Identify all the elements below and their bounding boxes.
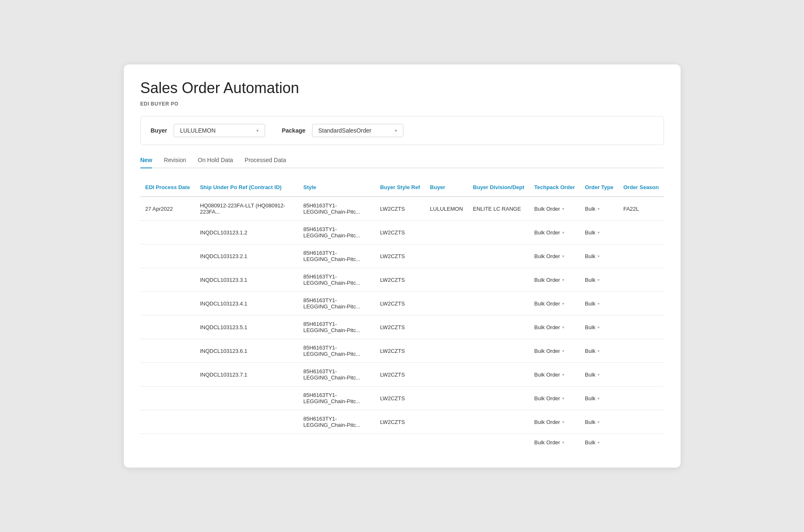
breadcrumb: EDI BUYER PO (140, 101, 664, 107)
order-season-cell (618, 292, 664, 315)
buyer-cell (425, 363, 468, 387)
style-cell: 85H6163TY1-LEGGING_Chain-Pitc... (298, 221, 375, 244)
techpack-order-cell[interactable]: Bulk Order ▾ (529, 434, 580, 451)
order-season-cell (618, 268, 664, 292)
tab-on-hold-data[interactable]: On Hold Data (198, 157, 233, 168)
buyer-cell (425, 268, 468, 292)
order-type-cell[interactable]: Bulk ▾ (580, 339, 618, 363)
style-cell: 85H6163TY1-LEGGING_Chain-Pitc... (298, 410, 375, 434)
techpack-order-cell[interactable]: Bulk Order ▾ (529, 292, 580, 315)
ship-under-po-ref-cell: INQDCL103123.5.1 (195, 315, 298, 339)
style-cell: 85H6163TY1-LEGGING_Chain-Pitc... (298, 292, 375, 315)
edi-process-date-cell (140, 244, 195, 268)
select-chevron-icon: ▾ (597, 420, 600, 424)
order-type-cell[interactable]: Bulk ▾ (580, 434, 618, 451)
buyer-division-dept-cell (468, 315, 529, 339)
buyer-style-ref-cell: LW2CZTS (375, 339, 425, 363)
order-type-cell-select[interactable]: Bulk ▾ (585, 419, 600, 425)
table-row: INQDCL103123.6.185H6163TY1-LEGGING_Chain… (140, 339, 664, 363)
select-chevron-icon: ▾ (597, 440, 600, 445)
select-chevron-icon: ▾ (597, 301, 600, 306)
order-season-cell (618, 387, 664, 410)
buyer-style-ref-cell: LW2CZTS (375, 244, 425, 268)
edi-process-date-cell (140, 292, 195, 315)
buyer-style-ref-cell: LW2CZTS (375, 315, 425, 339)
techpack-order-cell[interactable]: Bulk Order ▾ (529, 410, 580, 434)
col-header-edi-process-date: EDI Process Date (140, 180, 195, 197)
techpack-order-cell-select[interactable]: Bulk Order ▾ (534, 206, 564, 212)
order-type-cell[interactable]: Bulk ▾ (580, 197, 618, 221)
buyer-cell (425, 434, 468, 451)
tab-revision[interactable]: Revision (164, 157, 186, 168)
order-type-cell-select[interactable]: Bulk ▾ (585, 206, 600, 212)
select-chevron-icon: ▾ (597, 230, 600, 235)
style-cell: 85H6163TY1-LEGGING_Chain-Pitc... (298, 244, 375, 268)
order-type-cell[interactable]: Bulk ▾ (580, 268, 618, 292)
select-chevron-icon: ▾ (562, 372, 564, 377)
order-type-cell[interactable]: Bulk ▾ (580, 244, 618, 268)
edi-process-date-cell (140, 315, 195, 339)
techpack-order-cell-select[interactable]: Bulk Order ▾ (534, 419, 564, 425)
techpack-order-cell[interactable]: Bulk Order ▾ (529, 268, 580, 292)
order-type-cell-select[interactable]: Bulk ▾ (585, 300, 600, 307)
techpack-order-cell-select[interactable]: Bulk Order ▾ (534, 229, 564, 236)
techpack-order-cell-select[interactable]: Bulk Order ▾ (534, 253, 564, 259)
order-type-cell-select[interactable]: Bulk ▾ (585, 439, 600, 446)
buyer-division-dept-cell (468, 244, 529, 268)
techpack-order-cell[interactable]: Bulk Order ▾ (529, 221, 580, 244)
select-chevron-icon: ▾ (597, 254, 600, 259)
filter-row: Buyer LULULEMON ▾ Package StandardSalesO… (140, 116, 664, 145)
col-header-techpack-order: Techpack Order (529, 180, 580, 197)
order-type-cell-select[interactable]: Bulk ▾ (585, 229, 600, 236)
order-type-cell[interactable]: Bulk ▾ (580, 363, 618, 387)
style-cell: 85H6163TY1-LEGGING_Chain-Pitc... (298, 315, 375, 339)
techpack-order-cell-select[interactable]: Bulk Order ▾ (534, 395, 564, 401)
order-season-cell (618, 363, 664, 387)
techpack-order-cell[interactable]: Bulk Order ▾ (529, 197, 580, 221)
col-header-order-type: Order Type (580, 180, 618, 197)
techpack-order-cell-select[interactable]: Bulk Order ▾ (534, 324, 564, 330)
col-header-style: Style (298, 180, 375, 197)
col-header-buyer-style-ref: Buyer Style Ref (375, 180, 425, 197)
order-season-cell: FA22L (618, 197, 664, 221)
techpack-order-cell[interactable]: Bulk Order ▾ (529, 315, 580, 339)
order-type-cell-select[interactable]: Bulk ▾ (585, 324, 600, 330)
table-row: INQDCL103123.5.185H6163TY1-LEGGING_Chain… (140, 315, 664, 339)
style-cell: 85H6163TY1-LEGGING_Chain-Pitc... (298, 197, 375, 221)
techpack-order-cell-select[interactable]: Bulk Order ▾ (534, 277, 564, 283)
order-type-cell[interactable]: Bulk ▾ (580, 292, 618, 315)
style-cell: 85H6163TY1-LEGGING_Chain-Pitc... (298, 268, 375, 292)
table-row: Bulk Order ▾Bulk ▾ (140, 434, 664, 451)
techpack-order-cell-select[interactable]: Bulk Order ▾ (534, 348, 564, 354)
order-type-cell-select[interactable]: Bulk ▾ (585, 277, 600, 283)
order-type-cell[interactable]: Bulk ▾ (580, 315, 618, 339)
tab-processed-data[interactable]: Processed Data (245, 157, 286, 168)
techpack-order-cell-select[interactable]: Bulk Order ▾ (534, 372, 564, 378)
style-cell (298, 434, 375, 451)
buyer-select[interactable]: LULULEMON ▾ (174, 124, 265, 137)
col-header-order-season: Order Season (618, 180, 664, 197)
order-type-cell[interactable]: Bulk ▾ (580, 387, 618, 410)
tab-new[interactable]: New (140, 157, 152, 168)
order-type-cell[interactable]: Bulk ▾ (580, 410, 618, 434)
edi-process-date-cell (140, 339, 195, 363)
edi-process-date-cell (140, 268, 195, 292)
order-type-cell-select[interactable]: Bulk ▾ (585, 253, 600, 259)
order-type-cell-select[interactable]: Bulk ▾ (585, 395, 600, 401)
style-cell: 85H6163TY1-LEGGING_Chain-Pitc... (298, 363, 375, 387)
edi-process-date-cell (140, 221, 195, 244)
table-row: INQDCL103123.3.185H6163TY1-LEGGING_Chain… (140, 268, 664, 292)
techpack-order-cell-select[interactable]: Bulk Order ▾ (534, 439, 564, 446)
techpack-order-cell[interactable]: Bulk Order ▾ (529, 339, 580, 363)
techpack-order-cell[interactable]: Bulk Order ▾ (529, 363, 580, 387)
techpack-order-cell[interactable]: Bulk Order ▾ (529, 244, 580, 268)
buyer-division-dept-cell (468, 221, 529, 244)
package-select[interactable]: StandardSalesOrder ▾ (312, 124, 403, 137)
order-type-cell-select[interactable]: Bulk ▾ (585, 372, 600, 378)
buyer-division-dept-cell: ENLITE LC RANGE (468, 197, 529, 221)
order-type-cell[interactable]: Bulk ▾ (580, 221, 618, 244)
order-season-cell (618, 221, 664, 244)
order-type-cell-select[interactable]: Bulk ▾ (585, 348, 600, 354)
techpack-order-cell[interactable]: Bulk Order ▾ (529, 387, 580, 410)
techpack-order-cell-select[interactable]: Bulk Order ▾ (534, 300, 564, 307)
